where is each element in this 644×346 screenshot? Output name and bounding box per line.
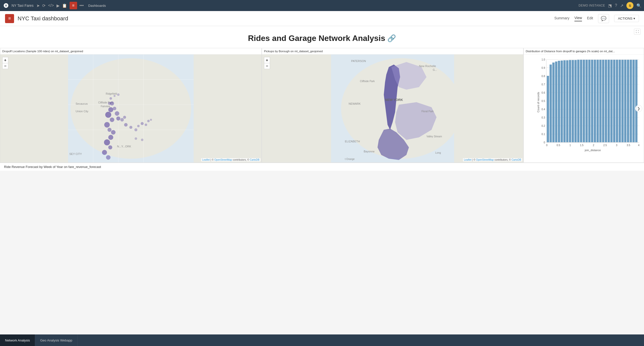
- demo-instance-label: DEMO INSTANCE: [578, 4, 605, 7]
- fullscreen-button[interactable]: ⛶: [634, 29, 640, 35]
- svg-text:0: 0: [546, 144, 548, 147]
- svg-text:1.5: 1.5: [580, 144, 583, 147]
- svg-text:PATERSON: PATERSON: [351, 60, 366, 63]
- forecast-title: Ride Revenue Forecast by Week of Year on…: [4, 165, 101, 169]
- svg-rect-87: [552, 63, 555, 142]
- svg-point-18: [104, 122, 110, 128]
- svg-text:2: 2: [593, 144, 594, 147]
- svg-rect-112: [621, 60, 624, 142]
- comment-button[interactable]: 💬: [598, 14, 609, 23]
- svg-text:join_distance: join_distance: [584, 149, 601, 152]
- distance-chart-panel: Distribution of Distance from dropoff to…: [523, 48, 644, 163]
- borough-map-zoom-controls: + −: [264, 57, 270, 69]
- svg-point-38: [147, 120, 150, 122]
- svg-point-22: [104, 139, 110, 145]
- map-attribution-1: Leaflet | © OpenStreetMap contributors, …: [201, 158, 260, 161]
- svg-rect-105: [602, 60, 604, 142]
- svg-point-28: [115, 111, 119, 116]
- svg-point-29: [116, 117, 120, 121]
- svg-text:0.7: 0.7: [542, 83, 545, 86]
- map-attribution-2: Leaflet | © OpenStreetMap contributors, …: [463, 158, 522, 161]
- dropdown-arrow-icon: ▾: [633, 17, 635, 20]
- svg-rect-114: [627, 60, 629, 142]
- borough-zoom-out-button[interactable]: −: [264, 63, 270, 69]
- svg-text:2.5: 2.5: [603, 144, 607, 147]
- svg-text:1.0: 1.0: [542, 58, 545, 61]
- svg-point-1: [71, 58, 191, 159]
- svg-text:0.6: 0.6: [542, 91, 545, 94]
- svg-rect-86: [550, 65, 552, 142]
- pickup-borough-svg: PATERSON New Rochelle Cliffside Park NEW…: [262, 54, 523, 162]
- run-icon[interactable]: ▶: [57, 3, 60, 8]
- tab-network-analysis[interactable]: Network Analysis: [0, 334, 35, 346]
- refresh-icon[interactable]: ⟳: [42, 3, 45, 8]
- svg-text:NEWARK: NEWARK: [349, 102, 361, 105]
- svg-text:Bayonne: Bayonne: [364, 150, 374, 153]
- zoom-in-button[interactable]: +: [2, 57, 8, 63]
- main-content: ⛶ Rides and Garage Network Analysis 🔗 Dr…: [0, 26, 644, 346]
- svg-point-37: [145, 124, 147, 126]
- tab-geo-analysis[interactable]: Geo Analysis Webapp: [35, 334, 78, 346]
- svg-rect-103: [597, 60, 599, 142]
- help-icon[interactable]: ?: [615, 3, 617, 8]
- project-name: NY Taxi Fares: [12, 4, 33, 8]
- svg-rect-90: [561, 61, 563, 142]
- dropoff-map-title: Dropoff Locations (Sample 100 rides) on …: [0, 48, 261, 54]
- svg-point-43: [108, 102, 111, 105]
- svg-rect-88: [555, 62, 557, 142]
- svg-rect-110: [616, 60, 618, 142]
- svg-point-24: [102, 150, 107, 155]
- osm-link[interactable]: OpenStreetMap: [214, 158, 232, 161]
- svg-rect-95: [574, 60, 577, 142]
- share-icon[interactable]: ➤: [36, 3, 40, 8]
- svg-point-39: [150, 119, 152, 121]
- svg-text:Secaucus: Secaucus: [76, 102, 88, 105]
- svg-rect-89: [558, 61, 560, 142]
- svg-text:Long: Long: [435, 151, 441, 154]
- grid-icon[interactable]: ⬔: [608, 3, 612, 8]
- leaflet-link-2[interactable]: Leaflet: [464, 158, 471, 161]
- more-icon[interactable]: •••: [80, 3, 84, 8]
- charts-row: Dropoff Locations (Sample 100 rides) on …: [0, 48, 644, 163]
- top-nav-right: DEMO INSTANCE ⬔ ? ↗ S 🔍: [578, 2, 641, 9]
- stats-icon[interactable]: ↗: [620, 3, 623, 8]
- cartodb-link-2[interactable]: CartoDB: [512, 158, 521, 161]
- zoom-out-button[interactable]: −: [2, 63, 8, 69]
- svg-text:N...Y...ORK: N...Y...ORK: [117, 145, 131, 148]
- dashboard-tab-icon[interactable]: ≡: [70, 2, 77, 9]
- svg-rect-100: [588, 60, 591, 142]
- leaflet-link[interactable]: Leaflet: [202, 158, 210, 161]
- osm-link-2[interactable]: OpenStreetMap: [476, 158, 494, 161]
- svg-rect-93: [569, 60, 571, 142]
- svg-text:0.3: 0.3: [542, 116, 545, 119]
- nav-summary[interactable]: Summary: [554, 16, 569, 21]
- svg-point-35: [137, 125, 140, 127]
- search-icon[interactable]: 🔍: [636, 3, 641, 8]
- svg-point-40: [135, 137, 137, 140]
- svg-text:G...: G...: [433, 69, 437, 71]
- cartodb-link[interactable]: CartoDB: [250, 158, 259, 161]
- svg-point-36: [141, 122, 144, 125]
- svg-point-16: [105, 112, 111, 118]
- svg-text:0.5: 0.5: [542, 100, 545, 102]
- actions-button[interactable]: ACTIONS ▾: [614, 15, 639, 22]
- nav-edit[interactable]: Edit: [587, 16, 593, 21]
- svg-rect-94: [572, 60, 574, 142]
- svg-text:NEW YORK: NEW YORK: [385, 98, 403, 102]
- page-title: Rides and Garage Network Analysis 🔗: [248, 34, 396, 43]
- pickup-borough-container: PATERSON New Rochelle Cliffside Park NEW…: [262, 54, 523, 162]
- user-avatar[interactable]: S: [626, 2, 633, 9]
- title-section: Rides and Garage Network Analysis 🔗: [0, 26, 644, 48]
- svg-rect-92: [566, 60, 568, 142]
- svg-text:Count of records: Count of records: [537, 92, 540, 112]
- svg-point-46: [117, 93, 120, 96]
- nav-view[interactable]: View: [574, 16, 582, 21]
- svg-text:Union City: Union City: [76, 110, 88, 113]
- svg-rect-91: [563, 60, 566, 142]
- save-icon[interactable]: 📋: [62, 3, 67, 8]
- svg-text:1: 1: [569, 144, 571, 147]
- code-icon[interactable]: </>: [48, 3, 54, 8]
- borough-zoom-in-button[interactable]: +: [264, 57, 270, 63]
- svg-text:0.4: 0.4: [542, 108, 545, 111]
- carousel-next-arrow[interactable]: ❯: [635, 105, 642, 112]
